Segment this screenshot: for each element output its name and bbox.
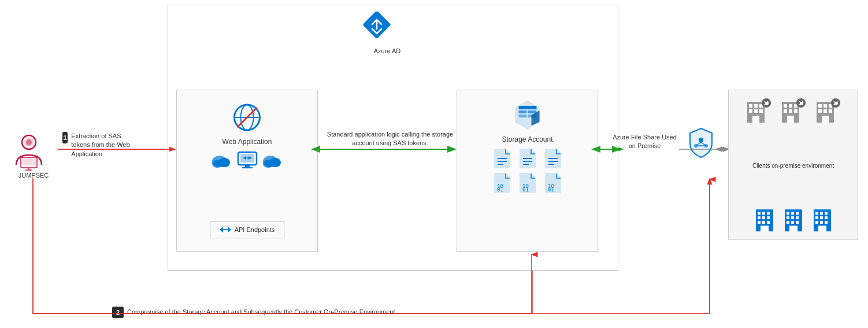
svg-rect-16: [245, 165, 250, 167]
azure-file-share-label: Azure File Share Used on Premise: [611, 133, 678, 151]
step1-annotation: 1 Extraction of SAS tokens from the Web …: [62, 132, 138, 159]
svg-rect-117: [762, 221, 765, 224]
svg-rect-87: [794, 109, 797, 113]
clients-box: Clients on-premise environment: [728, 90, 858, 240]
storage-label: Storage Account: [502, 135, 552, 143]
azure-file-share-icon: [687, 127, 715, 159]
svg-rect-114: [762, 216, 765, 219]
step1-text: Extraction of SAS tokens from the Web Ap…: [71, 132, 138, 159]
svg-rect-93: [797, 102, 800, 104]
svg-rect-124: [787, 216, 789, 219]
svg-rect-105: [834, 99, 837, 102]
webapp-label: Web Application: [222, 138, 272, 146]
svg-rect-139: [820, 221, 823, 224]
svg-marker-24: [228, 227, 231, 233]
svg-text:01: 01: [497, 187, 503, 193]
svg-rect-133: [820, 212, 823, 215]
svg-rect-86: [789, 109, 792, 113]
svg-rect-119: [761, 226, 769, 231]
svg-rect-85: [784, 109, 787, 113]
svg-rect-112: [767, 212, 770, 215]
svg-rect-136: [820, 216, 823, 219]
svg-rect-80: [769, 102, 771, 104]
svg-rect-140: [825, 221, 828, 224]
svg-rect-121: [787, 212, 789, 215]
svg-rect-106: [834, 105, 837, 107]
svg-text:01: 01: [548, 187, 554, 193]
svg-rect-113: [758, 216, 761, 219]
svg-rect-96: [818, 104, 822, 108]
svg-rect-97: [824, 104, 827, 108]
svg-rect-83: [789, 104, 792, 108]
svg-rect-99: [818, 109, 822, 113]
jumpsec-area: JUMPSEC: [10, 133, 57, 179]
svg-rect-138: [815, 221, 818, 224]
svg-rect-30: [518, 115, 526, 117]
svg-rect-128: [791, 221, 794, 224]
svg-rect-123: [796, 212, 799, 215]
azure-ad-area: Azure AD: [358, 12, 416, 54]
svg-rect-107: [832, 102, 834, 104]
svg-rect-79: [763, 102, 765, 104]
svg-rect-116: [758, 221, 761, 224]
storage-box: Storage Account: [457, 90, 598, 252]
svg-rect-141: [818, 226, 826, 231]
jumpsec-label: JUMPSEC: [10, 172, 57, 179]
svg-rect-102: [822, 116, 829, 123]
clients-env-label: Clients on-premise environment: [752, 163, 834, 169]
step2-badge: 2: [112, 307, 124, 318]
svg-point-56: [26, 139, 32, 145]
svg-rect-101: [829, 109, 832, 113]
svg-rect-134: [825, 212, 828, 215]
svg-rect-68: [749, 104, 752, 108]
svg-rect-77: [765, 99, 767, 102]
svg-rect-108: [838, 102, 840, 104]
svg-rect-17: [242, 167, 253, 168]
svg-rect-88: [787, 116, 794, 123]
svg-rect-82: [784, 104, 787, 108]
svg-rect-125: [791, 216, 794, 219]
svg-text:01: 01: [522, 187, 529, 193]
svg-rect-137: [825, 216, 828, 219]
svg-rect-94: [803, 102, 806, 104]
step1-badge: 1: [62, 132, 68, 143]
svg-rect-115: [767, 216, 770, 219]
svg-rect-74: [752, 116, 759, 123]
svg-rect-91: [800, 99, 802, 102]
middle-arrow-label: Standard application logic calling the s…: [321, 130, 459, 148]
svg-marker-23: [220, 227, 223, 233]
svg-rect-129: [796, 221, 799, 224]
svg-rect-135: [815, 216, 818, 219]
svg-rect-100: [824, 109, 827, 113]
svg-rect-92: [800, 105, 802, 107]
svg-rect-127: [787, 221, 789, 224]
webapp-box: Web Application: [176, 90, 318, 252]
svg-rect-122: [791, 212, 794, 215]
svg-rect-126: [796, 216, 799, 219]
step2-text: Compromise of the Storage Account and Su…: [127, 308, 395, 316]
svg-point-61: [699, 138, 703, 142]
step2-annotation: 2 Compromise of the Storage Account and …: [112, 307, 395, 318]
svg-rect-73: [759, 109, 763, 113]
svg-rect-58: [22, 159, 36, 165]
api-endpoints-label: API Endpoints: [235, 226, 275, 233]
svg-rect-22: [265, 161, 280, 167]
svg-rect-118: [767, 221, 770, 224]
svg-rect-28: [518, 110, 526, 113]
azure-ad-label: Azure AD: [358, 47, 416, 54]
svg-rect-69: [754, 104, 758, 108]
svg-rect-78: [765, 105, 767, 107]
svg-rect-13: [214, 161, 229, 167]
svg-rect-27: [518, 106, 536, 109]
middle-arrow-text: Standard application logic calling the s…: [327, 131, 453, 146]
svg-rect-111: [762, 212, 765, 215]
diagram-container: Azure AD Web Application: [0, 0, 868, 328]
svg-rect-72: [754, 109, 758, 113]
svg-rect-132: [815, 212, 818, 215]
svg-rect-130: [789, 226, 797, 231]
svg-rect-71: [749, 109, 752, 113]
svg-rect-110: [758, 212, 761, 215]
